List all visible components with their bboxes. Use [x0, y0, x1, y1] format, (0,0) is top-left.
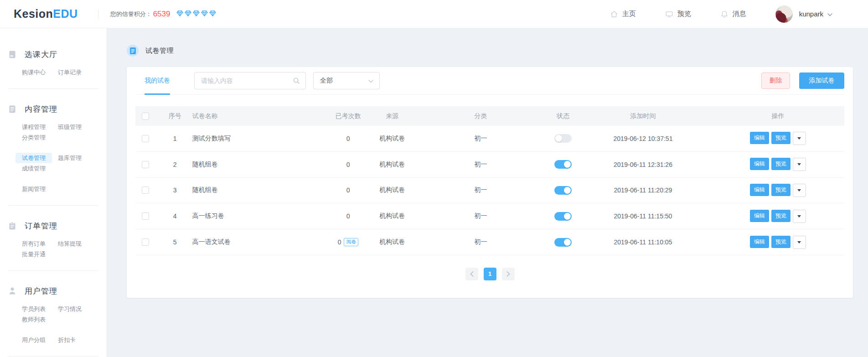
caret-down-icon	[797, 137, 801, 140]
exam-count-value: 0	[346, 212, 350, 220]
sidebar-divider	[8, 88, 98, 89]
row-index: 2	[160, 161, 190, 168]
sidebar-item-班级管理[interactable]: 班级管理	[58, 122, 94, 132]
pagination-next-button[interactable]	[502, 268, 515, 280]
paper-source: 机构试卷	[374, 212, 410, 220]
status-toggle[interactable]	[554, 238, 572, 247]
page-title: 试卷管理	[145, 47, 174, 55]
column-header-试卷名称: 试卷名称	[190, 112, 322, 120]
sidebar-item-题库管理[interactable]: 题库管理	[58, 153, 94, 163]
table-row: 3随机组卷0机构试卷初一2019-06-11 11:20:29编辑预览	[135, 178, 844, 204]
diamond-icon	[185, 10, 191, 18]
pagination-prev-button[interactable]	[465, 268, 478, 280]
toolbar: 我的试卷 全部 删除 添加试卷	[135, 67, 844, 95]
exam-count-value: 0	[346, 161, 350, 168]
pagination: 1	[127, 268, 853, 280]
paper-source: 机构试卷	[374, 135, 410, 143]
book-icon	[9, 51, 16, 58]
sidebar-section-title-订单管理[interactable]: 订单管理	[8, 220, 98, 232]
sidebar-item-课程管理[interactable]: 课程管理	[22, 122, 58, 132]
exam-count-value: 0	[338, 238, 341, 246]
row-index: 4	[160, 212, 190, 220]
select-chevron-down-icon	[368, 77, 373, 84]
paper-name: 测试分数填写	[190, 135, 322, 143]
sidebar-item-折扣卡[interactable]: 折扣卡	[58, 335, 94, 345]
nav-messages-label: 消息	[733, 10, 746, 18]
sidebar-item-用户分组[interactable]: 用户分组	[22, 335, 58, 345]
nav-home[interactable]: 主页	[610, 10, 636, 18]
table-row: 2随机组卷0机构试卷初一2019-06-11 12:31:26编辑预览	[135, 152, 844, 178]
row-checkbox-cell	[135, 135, 160, 142]
category-filter-select[interactable]: 全部	[313, 72, 380, 89]
sidebar-item-学习情况[interactable]: 学习情况	[58, 304, 94, 314]
sidebar-item-批量开通[interactable]: 批量开通	[22, 249, 58, 259]
main-content: 试卷管理 我的试卷 全部 删除 添加试卷	[107, 28, 868, 357]
page-header: 试卷管理	[127, 45, 868, 57]
row-checkbox[interactable]	[142, 238, 149, 246]
sidebar-item-新闻管理[interactable]: 新闻管理	[22, 184, 58, 194]
sidebar-item-学员列表[interactable]: 学员列表	[22, 304, 58, 314]
nav-preview-label: 预览	[677, 10, 691, 18]
preview-button[interactable]: 预览	[771, 158, 790, 170]
more-actions-dropdown-button[interactable]	[793, 184, 806, 197]
pagination-page-1[interactable]: 1	[484, 268, 496, 280]
added-time: 2019-06-12 10:37:51	[574, 135, 712, 142]
sidebar-section-title-内容管理[interactable]: 内容管理	[8, 103, 98, 115]
avatar[interactable]	[775, 5, 793, 23]
more-actions-dropdown-button[interactable]	[793, 210, 806, 223]
edit-button[interactable]: 编辑	[750, 210, 769, 222]
delete-button[interactable]: 删除	[761, 72, 790, 89]
nav-preview[interactable]: 预览	[665, 10, 691, 18]
paper-name: 高一语文试卷	[190, 238, 322, 246]
actions-cell: 编辑预览	[712, 210, 844, 223]
preview-button[interactable]: 预览	[771, 132, 790, 144]
row-checkbox[interactable]	[142, 135, 149, 142]
more-actions-dropdown-button[interactable]	[793, 158, 806, 171]
marking-badge[interactable]: 阅卷	[344, 238, 358, 246]
user-icon	[9, 287, 16, 295]
edit-button[interactable]: 编辑	[750, 158, 769, 170]
status-toggle[interactable]	[554, 212, 572, 221]
preview-button[interactable]: 预览	[771, 184, 790, 196]
nav-messages[interactable]: 消息	[720, 10, 746, 18]
column-header-操作: 操作	[712, 112, 844, 120]
sidebar-item-试卷管理[interactable]: 试卷管理	[22, 153, 58, 163]
row-checkbox[interactable]	[142, 161, 149, 168]
sidebar-item-所有订单[interactable]: 所有订单	[22, 238, 58, 249]
status-toggle[interactable]	[554, 160, 572, 169]
row-checkbox[interactable]	[142, 186, 149, 194]
row-checkbox[interactable]	[142, 212, 149, 220]
search-input[interactable]	[201, 77, 293, 84]
sidebar-section-title-选课大厅[interactable]: 选课大厅	[8, 48, 98, 60]
edit-button[interactable]: 编辑	[750, 132, 769, 144]
app-logo: KesionEDU	[14, 7, 78, 21]
sidebar-item-成绩管理[interactable]: 成绩管理	[22, 163, 58, 174]
exam-paper-icon	[127, 45, 139, 57]
status-toggle[interactable]	[554, 134, 572, 143]
sidebar-item-结算提现[interactable]: 结算提现	[58, 238, 94, 249]
edit-button[interactable]: 编辑	[750, 184, 769, 196]
search-icon[interactable]	[293, 77, 300, 84]
exam-count-value: 0	[346, 186, 350, 194]
exam-count-cell: 0阅卷	[322, 238, 375, 246]
select-all-checkbox[interactable]	[142, 113, 149, 120]
more-actions-dropdown-button[interactable]	[793, 236, 806, 249]
sidebar-section: 用户管理学员列表学习情况教师列表用户分组折扣卡	[8, 285, 98, 357]
sidebar-item-分类管理[interactable]: 分类管理	[22, 132, 58, 143]
sidebar-item-购课中心[interactable]: 购课中心	[22, 67, 58, 78]
caret-down-icon	[797, 189, 801, 191]
add-paper-button[interactable]: 添加试卷	[799, 72, 844, 89]
tab-my-papers[interactable]: 我的试卷	[145, 67, 170, 94]
more-actions-dropdown-button[interactable]	[793, 132, 806, 145]
edit-button[interactable]: 编辑	[750, 236, 769, 248]
paper-name: 高一练习卷	[190, 212, 322, 220]
sidebar-section-title-用户管理[interactable]: 用户管理	[8, 285, 98, 297]
sidebar-item-教师列表[interactable]: 教师列表	[22, 314, 58, 325]
clipboard-icon	[9, 222, 16, 230]
column-header-状态: 状态	[552, 112, 574, 120]
status-toggle[interactable]	[554, 186, 572, 195]
preview-button[interactable]: 预览	[771, 236, 790, 248]
user-menu[interactable]: kunpark	[775, 5, 832, 23]
sidebar-item-订单记录[interactable]: 订单记录	[58, 67, 94, 78]
preview-button[interactable]: 预览	[771, 210, 790, 222]
